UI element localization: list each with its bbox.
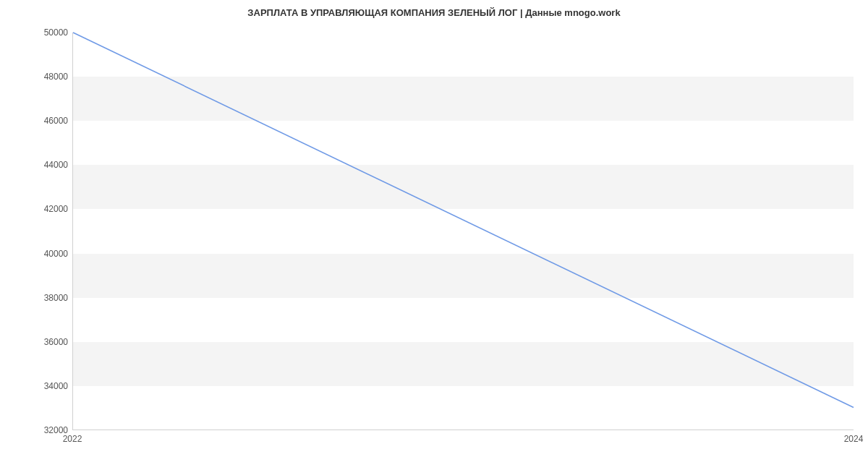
- y-tick-label: 36000: [3, 337, 68, 347]
- salary-line-chart: ЗАРПЛАТА В УПРАВЛЯЮЩАЯ КОМПАНИЯ ЗЕЛЕНЫЙ …: [0, 0, 868, 470]
- series-line: [73, 33, 854, 407]
- chart-title: ЗАРПЛАТА В УПРАВЛЯЮЩАЯ КОМПАНИЯ ЗЕЛЕНЫЙ …: [0, 7, 868, 18]
- y-tick-label: 50000: [3, 27, 68, 38]
- y-tick-label: 38000: [3, 293, 68, 303]
- y-tick-label: 44000: [3, 160, 68, 170]
- x-tick-label: 2024: [844, 434, 864, 444]
- line-svg: [73, 33, 854, 430]
- y-tick-label: 32000: [3, 425, 68, 435]
- y-tick-label: 46000: [3, 116, 68, 126]
- plot-area: [72, 33, 854, 430]
- x-tick-label: 2022: [63, 434, 82, 444]
- y-tick-label: 48000: [3, 72, 68, 82]
- y-tick-label: 42000: [3, 204, 68, 214]
- y-tick-label: 40000: [3, 249, 68, 259]
- y-tick-label: 34000: [3, 381, 68, 391]
